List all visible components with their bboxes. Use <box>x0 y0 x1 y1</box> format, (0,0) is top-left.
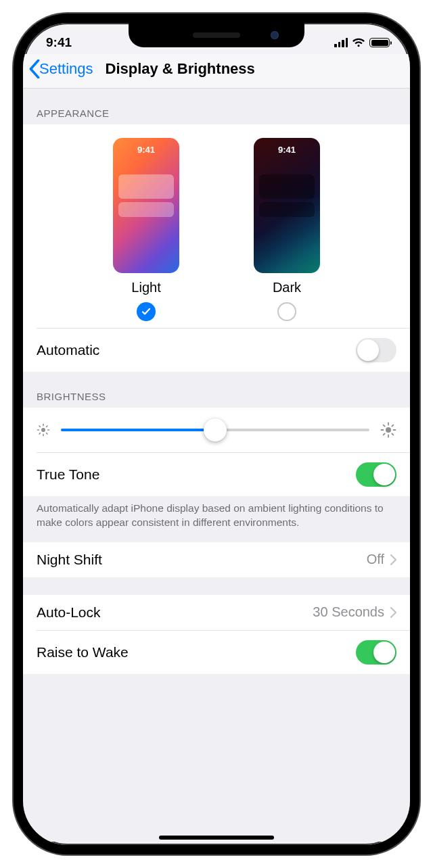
settings-content[interactable]: APPEARANCE 9:41 Light 9:41 <box>23 89 410 842</box>
back-button[interactable]: Settings <box>28 59 93 78</box>
automatic-toggle[interactable] <box>356 338 396 362</box>
svg-line-5 <box>39 426 40 427</box>
chevron-right-icon <box>390 554 396 565</box>
nav-bar: Settings Display & Brightness <box>23 54 410 89</box>
night-shift-label: Night Shift <box>37 552 102 568</box>
svg-line-8 <box>47 426 47 427</box>
raise-to-wake-row: Raise to Wake <box>23 631 410 674</box>
automatic-row: Automatic <box>23 329 410 372</box>
raise-to-wake-toggle[interactable] <box>356 640 396 665</box>
svg-point-9 <box>386 427 391 433</box>
svg-line-7 <box>39 433 40 434</box>
section-header-appearance: APPEARANCE <box>23 89 410 124</box>
appearance-option-light[interactable]: 9:41 Light <box>113 138 179 321</box>
automatic-label: Automatic <box>37 342 99 358</box>
dark-radio[interactable] <box>277 302 296 321</box>
svg-line-16 <box>384 433 385 435</box>
auto-lock-label: Auto-Lock <box>37 604 101 621</box>
brightness-slider-row <box>23 408 410 452</box>
appearance-panel: 9:41 Light 9:41 Dark <box>23 124 410 372</box>
true-tone-toggle[interactable] <box>356 462 396 487</box>
section-header-brightness: BRIGHTNESS <box>23 372 410 408</box>
cellular-signal-icon <box>334 38 348 47</box>
light-label: Light <box>131 280 160 295</box>
chevron-right-icon <box>390 607 396 618</box>
light-preview-thumbnail: 9:41 <box>113 138 179 273</box>
raise-to-wake-label: Raise to Wake <box>37 644 129 660</box>
auto-lock-value: 30 Seconds <box>313 604 384 620</box>
battery-icon <box>369 38 390 47</box>
home-indicator[interactable] <box>159 836 274 840</box>
notch <box>129 23 304 47</box>
svg-line-14 <box>384 425 385 427</box>
status-time: 9:41 <box>46 35 72 50</box>
svg-point-0 <box>41 428 45 432</box>
dark-preview-thumbnail: 9:41 <box>254 138 320 273</box>
night-shift-row[interactable]: Night Shift Off <box>23 542 410 577</box>
svg-line-15 <box>392 433 393 435</box>
wifi-icon <box>352 38 365 47</box>
light-radio[interactable] <box>137 302 156 321</box>
true-tone-description: Automatically adapt iPhone display based… <box>23 496 410 542</box>
dark-label: Dark <box>273 280 301 295</box>
sun-max-icon <box>380 422 396 438</box>
appearance-option-dark[interactable]: 9:41 Dark <box>254 138 320 321</box>
sun-min-icon <box>37 423 50 437</box>
brightness-slider[interactable] <box>61 420 369 440</box>
svg-line-17 <box>392 425 393 427</box>
iphone-frame: 9:41 Settings Display & Brightness APPEA… <box>14 14 419 854</box>
back-label: Settings <box>39 60 93 78</box>
true-tone-row: True Tone <box>23 453 410 496</box>
night-shift-value: Off <box>367 552 384 567</box>
auto-lock-row[interactable]: Auto-Lock 30 Seconds <box>23 595 410 630</box>
true-tone-label: True Tone <box>37 466 99 483</box>
svg-line-6 <box>47 433 47 434</box>
checkmark-icon <box>141 306 152 317</box>
page-title: Display & Brightness <box>106 60 255 78</box>
